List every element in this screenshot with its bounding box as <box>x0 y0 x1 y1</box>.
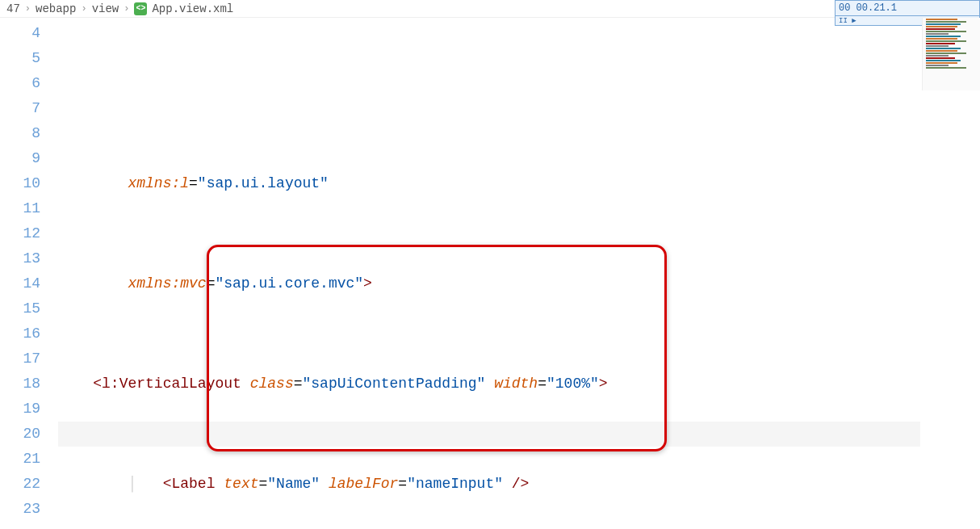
crumb-seg-3[interactable]: view <box>92 2 119 15</box>
chevron-right-icon: › <box>81 3 86 15</box>
line-number: 11 <box>0 196 40 221</box>
line-number: 23 <box>0 497 40 522</box>
line-number: 15 <box>0 296 40 321</box>
line-number: 21 <box>0 447 40 472</box>
line-gutter: 4 5 6 7 8 9 10 11 12 13 14 15 16 17 18 1… <box>0 18 58 529</box>
current-line-highlight <box>58 422 920 447</box>
code-line[interactable]: xmlns:l="sap.ui.layout" <box>58 171 980 196</box>
line-number: 14 <box>0 271 40 296</box>
timer-display: 00 00.21.1 <box>839 2 897 14</box>
code-editor[interactable]: 4 5 6 7 8 9 10 11 12 13 14 15 16 17 18 1… <box>0 18 980 529</box>
line-number: 6 <box>0 71 40 96</box>
line-number: 5 <box>0 46 40 71</box>
line-number: 9 <box>0 146 40 171</box>
line-number: 20 <box>0 422 40 447</box>
line-number: 16 <box>0 321 40 346</box>
line-number: 18 <box>0 372 40 397</box>
timer-widget[interactable]: 00 00.21.1 <box>835 0 980 16</box>
code-content[interactable]: xmlns:l="sap.ui.layout" xmlns:mvc="sap.u… <box>58 18 980 529</box>
minimap[interactable] <box>922 18 980 90</box>
code-line[interactable]: │ <Label text="Name" labelFor="nameInput… <box>58 472 980 497</box>
line-number: 4 <box>0 21 40 46</box>
line-number: 22 <box>0 472 40 497</box>
crumb-seg-2[interactable]: webapp <box>36 2 76 15</box>
code-line[interactable]: <l:VerticalLayout class="sapUiContentPad… <box>58 372 980 397</box>
line-number: 19 <box>0 397 40 422</box>
breadcrumb: 47 › webapp › view › <> App.view.xml <box>0 0 980 18</box>
crumb-file[interactable]: App.view.xml <box>152 2 233 15</box>
line-number: 8 <box>0 121 40 146</box>
chevron-right-icon: › <box>25 3 31 15</box>
crumb-seg-1[interactable]: 47 <box>6 2 20 15</box>
line-number: 10 <box>0 171 40 196</box>
chevron-right-icon: › <box>124 3 129 15</box>
line-number: 13 <box>0 246 40 271</box>
code-line[interactable]: xmlns:mvc="sap.ui.core.mvc"> <box>58 271 980 296</box>
line-number: 7 <box>0 96 40 121</box>
xml-file-icon: <> <box>134 2 147 15</box>
line-number: 17 <box>0 346 40 372</box>
line-number: 12 <box>0 221 40 246</box>
